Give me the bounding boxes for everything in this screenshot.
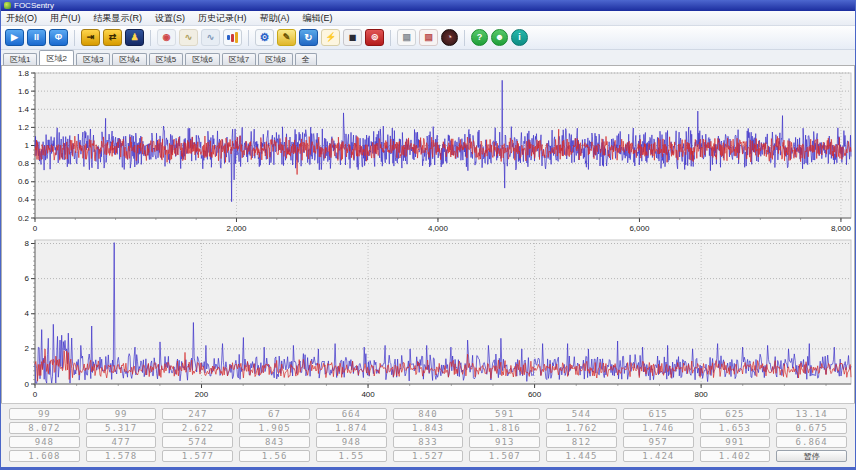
tab-7[interactable]: 区域7 <box>222 53 256 65</box>
value-cell-r2c4: 1.905 <box>239 422 310 434</box>
value-cell-r2c3: 2.622 <box>162 422 233 434</box>
toolbar-separator <box>74 30 75 46</box>
x-tick-label: 8,000 <box>831 224 852 233</box>
y-tick-label: 1.2 <box>18 123 30 132</box>
start-button[interactable]: ▶ <box>5 29 24 46</box>
value-cell-r1c1: 99 <box>9 408 80 420</box>
value-cell-r4c3: 1.577 <box>162 450 233 462</box>
history-clock-icon[interactable]: ◔ <box>441 29 458 46</box>
value-cell-r2c10: 1.653 <box>700 422 771 434</box>
alarm-icon[interactable]: ⊚ <box>365 29 384 46</box>
tab-6[interactable]: 区域6 <box>185 53 219 65</box>
value-cell-r4c10: 1.402 <box>700 450 771 462</box>
tab-2[interactable]: 区域2 <box>39 50 73 65</box>
export-icon[interactable]: ⇄ <box>103 29 122 46</box>
x-tick-label: 200 <box>195 390 209 399</box>
value-cell-r2c1: 8.072 <box>9 422 80 434</box>
spectrum-icon[interactable]: ∿ <box>201 29 220 46</box>
refresh-icon[interactable]: ↻ <box>299 29 318 46</box>
menu-settings[interactable]: 设置(S) <box>155 12 185 25</box>
power-button[interactable]: Φ <box>49 29 68 46</box>
x-tick-label: 800 <box>694 390 708 399</box>
value-cell-r1c10: 625 <box>700 408 771 420</box>
tab-5[interactable]: 区域5 <box>149 53 183 65</box>
y-tick-label: 6 <box>25 274 30 283</box>
menu-history[interactable]: 历史记录(H) <box>198 12 247 25</box>
runner-icon[interactable]: ⚡ <box>321 29 340 46</box>
value-cell-r4c6: 1.527 <box>393 450 464 462</box>
value-cell-r3c1: 948 <box>9 436 80 448</box>
value-cell-r4c1: 1.608 <box>9 450 80 462</box>
menu-user[interactable]: 用户(U) <box>50 12 81 25</box>
chart-bottom: 024680200400600800 <box>2 234 856 402</box>
help-icon[interactable]: ? <box>471 29 488 46</box>
y-tick-label: 1 <box>25 141 30 150</box>
value-cell-r3c11: 6.864 <box>776 436 847 448</box>
toolbar-separator <box>464 30 465 46</box>
value-cell-r4c5: 1.55 <box>316 450 387 462</box>
edit-pen-icon[interactable]: ✎ <box>277 29 296 46</box>
tab-3[interactable]: 区域3 <box>76 53 110 65</box>
bar-chart-icon[interactable] <box>223 29 242 46</box>
pause-button[interactable]: 暂停 <box>776 450 847 462</box>
value-cell-r3c6: 833 <box>393 436 464 448</box>
user-help-icon[interactable]: ☻ <box>491 29 508 46</box>
value-panel: 99992476766484059154461562513.148.0725.3… <box>1 403 855 467</box>
toolbar-separator <box>390 30 391 46</box>
toolbar: ▶IIΦ⇥⇄♟◉∿∿⚙✎↻⚡◼⊚▤▤◔?☻i <box>1 26 855 50</box>
tab-9[interactable]: 全 <box>295 53 317 65</box>
user-session-icon[interactable]: ♟ <box>125 29 144 46</box>
import-icon[interactable]: ⇥ <box>81 29 100 46</box>
value-cell-r1c5: 664 <box>316 408 387 420</box>
chart-top: 0.20.40.60.811.21.41.61.802,0004,0006,00… <box>2 66 856 234</box>
value-cell-r4c2: 1.578 <box>86 450 157 462</box>
y-tick-label: 4 <box>25 309 30 318</box>
value-cell-r3c8: 812 <box>546 436 617 448</box>
menu-results[interactable]: 结果显示(R) <box>94 12 143 25</box>
y-tick-label: 0 <box>25 380 30 389</box>
value-cell-r2c2: 5.317 <box>86 422 157 434</box>
y-tick-label: 1.8 <box>18 69 30 78</box>
value-cell-r1c2: 99 <box>86 408 157 420</box>
toolbar-separator <box>248 30 249 46</box>
pause-button[interactable]: II <box>27 29 46 46</box>
value-cell-r3c5: 948 <box>316 436 387 448</box>
value-cell-r1c7: 591 <box>469 408 540 420</box>
value-cell-r3c9: 957 <box>623 436 694 448</box>
value-cell-r4c8: 1.445 <box>546 450 617 462</box>
app-window: FOCSentry 开始(O)用户(U)结果显示(R)设置(S)历史记录(H)帮… <box>0 0 856 470</box>
x-tick-label: 0 <box>33 224 38 233</box>
value-cell-r1c9: 615 <box>623 408 694 420</box>
menu-help[interactable]: 帮助(A) <box>260 12 290 25</box>
tab-8[interactable]: 区域8 <box>258 53 292 65</box>
value-cell-r3c4: 843 <box>239 436 310 448</box>
value-cell-r1c3: 247 <box>162 408 233 420</box>
value-cell-r4c4: 1.56 <box>239 450 310 462</box>
value-cell-r4c9: 1.424 <box>623 450 694 462</box>
y-tick-label: 0.6 <box>18 177 30 186</box>
value-grid: 99992476766484059154461562513.148.0725.3… <box>9 408 847 462</box>
chart-panel: 0.20.40.60.811.21.41.61.802,0004,0006,00… <box>1 65 855 403</box>
report-alert-icon[interactable]: ▤ <box>419 29 438 46</box>
location-pin-icon[interactable]: ◉ <box>157 29 176 46</box>
tab-4[interactable]: 区域4 <box>112 53 146 65</box>
value-cell-r2c5: 1.874 <box>316 422 387 434</box>
value-cell-r2c9: 1.746 <box>623 422 694 434</box>
report-icon[interactable]: ▤ <box>397 29 416 46</box>
value-cell-r3c10: 991 <box>700 436 771 448</box>
value-cell-r3c2: 477 <box>86 436 157 448</box>
menu-edit[interactable]: 编辑(E) <box>303 12 333 25</box>
waveform-icon[interactable]: ∿ <box>179 29 198 46</box>
x-tick-label: 4,000 <box>428 224 449 233</box>
value-cell-r1c6: 840 <box>393 408 464 420</box>
tab-1[interactable]: 区域1 <box>3 53 37 65</box>
value-cell-r2c7: 1.816 <box>469 422 540 434</box>
box-icon[interactable]: ◼ <box>343 29 362 46</box>
info-icon[interactable]: i <box>511 29 528 46</box>
title-bar: FOCSentry <box>1 0 855 11</box>
tab-row: 区域1区域2区域3区域4区域5区域6区域7区域8全 <box>1 50 855 65</box>
value-cell-r3c3: 574 <box>162 436 233 448</box>
settings-gear-icon[interactable]: ⚙ <box>255 29 274 46</box>
menu-start[interactable]: 开始(O) <box>6 12 37 25</box>
window-title: FOCSentry <box>14 2 54 10</box>
